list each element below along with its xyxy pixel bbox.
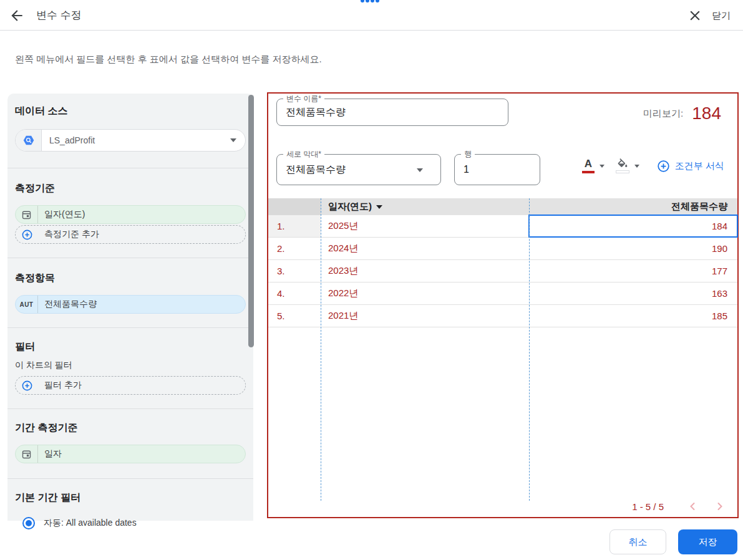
pagination-label: 1 - 5 / 5 [632,501,664,512]
variable-name-label: 변수 이름* [283,94,324,104]
table-header-row: 일자(연도) 전체품목수량 [268,198,737,215]
dimension-cell[interactable]: 2023년 [321,260,529,282]
row-index: 1. [268,215,321,237]
aggregation-badge: AUT [20,301,34,308]
top-bar: 변수 수정 닫기 [0,0,743,31]
conditional-format-label: 조건부 서식 [675,160,724,172]
variable-edit-dialog: 변수 수정 닫기 왼쪽 메뉴에서 필드를 선택한 후 표에서 값을 선택하여 변… [0,0,743,560]
text-color-icon: A [585,158,592,170]
close-button[interactable] [687,7,703,24]
dimension-header-label: 일자(연도) [328,201,372,213]
prev-page-button[interactable] [685,499,700,514]
bar-select-label: 세로 막대* [283,149,324,160]
value-cell[interactable]: 190 [529,238,737,259]
filter-title: 필터 [15,328,253,354]
row-index: 3. [268,260,321,282]
calendar-icon [16,445,38,463]
dimension-field-label: 일자(연도) [38,209,85,220]
chevron-down-icon[interactable] [634,165,639,168]
table-row: 1.2025년184 [268,215,737,238]
column-guide-line [321,198,321,501]
preview-box: 미리보기: 184 [643,104,721,123]
plus-circle-icon [16,226,38,243]
row-index: 2. [268,238,321,259]
dimension-cell[interactable]: 2022년 [321,282,529,304]
data-source-selector[interactable]: LS_adProfit [15,129,246,152]
chevron-down-icon [417,168,423,172]
text-color-swatch [582,171,595,173]
arrow-left-icon [9,7,25,24]
format-toolbar: A 조건부 서식 [582,158,724,173]
sidebar-scrollbar[interactable] [248,95,254,347]
dimension-column-header[interactable]: 일자(연도) [321,201,529,213]
pagination: 1 - 5 / 5 [632,498,727,514]
close-label[interactable]: 닫기 [712,0,731,31]
dimension-cell[interactable]: 2024년 [321,238,529,259]
variable-name-field[interactable]: 변수 이름* 전체품목수량 [276,99,508,126]
preview-label: 미리보기: [643,108,683,120]
logo-dots-icon [361,0,379,2]
auto-date-range-label: 자동: All available dates [44,518,137,529]
preview-value: 184 [692,104,721,123]
dimension-cell[interactable]: 2021년 [321,305,529,327]
row-index: 5. [268,305,321,327]
calendar-icon [16,206,38,223]
dimension-chip[interactable]: 일자(연도) [15,205,246,224]
variable-config-panel: 변수 이름* 전체품목수량 미리보기: 184 세로 막대* 전체품목수량 행 … [267,92,739,518]
cancel-button[interactable]: 취소 [609,529,666,554]
fill-color-icon [616,158,629,170]
date-dimension-chip[interactable]: 일자 [15,445,246,463]
chevron-left-icon [686,500,699,513]
default-date-filter-title: 기본 기간 필터 [15,479,253,504]
page-title: 변수 수정 [36,0,82,31]
dimension-title: 측정기준 [15,168,253,195]
config-sidebar: 데이터 소스 LS_adProfit 측정기준 일 [7,94,253,521]
filter-subtitle: 이 차트의 필터 [15,360,253,371]
table-row: 5.2021년185 [268,305,737,327]
table-body: 1.2025년1842.2024년1903.2023년1774.2022년163… [268,215,737,327]
add-filter-button[interactable]: 필터 추가 [15,376,246,395]
row-number-header [268,198,321,215]
save-button[interactable]: 저장 [678,529,737,554]
bigquery-hexagon-icon [16,130,42,151]
value-cell[interactable]: 163 [529,282,737,304]
row-number-field[interactable]: 행 1 [454,154,540,185]
add-dimension-label: 측정기준 추가 [38,229,99,240]
column-guide-line [529,198,530,501]
row-index: 4. [268,282,321,304]
auto-date-range-radio[interactable]: 자동: All available dates [22,517,253,529]
add-dimension-button[interactable]: 측정기준 추가 [15,225,246,244]
table-row: 3.2023년177 [268,260,737,282]
fill-color-swatch [616,170,629,173]
chevron-right-icon [714,500,726,513]
text-color-button[interactable]: A [582,158,595,173]
metric-title: 측정항목 [15,258,253,285]
metric-field-label: 전체품목수량 [38,299,97,310]
value-cell[interactable]: 184 [529,215,737,237]
sort-desc-icon [376,205,382,209]
data-source-title: 데이터 소스 [15,94,253,118]
bar-field-select[interactable]: 세로 막대* 전체품목수량 [276,154,441,185]
table-row: 2.2024년190 [268,238,737,260]
plus-circle-icon [657,160,670,173]
data-source-name: LS_adProfit [42,135,230,145]
date-dimension-field-label: 일자 [38,448,62,460]
metric-column-header[interactable]: 전체품목수량 [529,201,737,213]
value-cell[interactable]: 185 [529,305,737,327]
table-row: 4.2022년163 [268,282,737,305]
close-icon [687,7,703,24]
next-page-button[interactable] [712,499,727,514]
row-field-label: 행 [461,149,475,160]
add-filter-label: 필터 추가 [38,380,82,391]
back-button[interactable] [9,7,25,24]
values-table: 일자(연도) 전체품목수량 1.2025년1842.2024년1903.2023… [268,198,737,327]
chevron-down-icon[interactable] [600,165,605,168]
value-cell[interactable]: 177 [529,260,737,282]
metric-chip[interactable]: AUT 전체품목수량 [15,295,246,314]
radio-selected-icon [22,517,35,529]
date-dimension-title: 기간 측정기준 [15,409,253,435]
dimension-cell[interactable]: 2025년 [321,215,529,237]
chevron-down-icon [230,138,236,142]
conditional-format-button[interactable]: 조건부 서식 [657,160,724,173]
fill-color-button[interactable] [616,158,629,173]
